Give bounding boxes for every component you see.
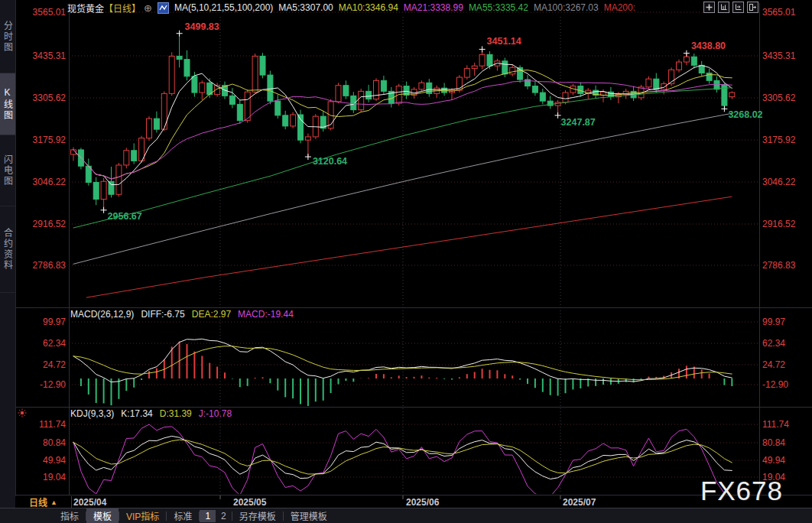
- svg-text:2025/07: 2025/07: [563, 497, 596, 508]
- kdj-axis-labels: 111.74111.7480.8480.8449.9449.9419.0419.…: [39, 419, 789, 482]
- svg-text:80.84: 80.84: [43, 437, 66, 448]
- tab-vip-indicators[interactable]: VIP指标: [119, 508, 166, 523]
- svg-text:3438.80: 3438.80: [691, 41, 726, 51]
- kdj-k-value: K:17.34: [121, 408, 152, 419]
- macd-axis-labels: 99.9799.9762.3462.3424.7224.72-12.90-12.…: [40, 317, 788, 390]
- ma-params-label: MA(5,10,21,55,100,200): [174, 2, 273, 13]
- price-annotations: 3499.832956.673120.643451.143247.873438.…: [101, 21, 763, 222]
- macd-dea-value: DEA:2.97: [192, 309, 231, 320]
- svg-text:80.84: 80.84: [762, 437, 785, 448]
- svg-text:3175.92: 3175.92: [33, 135, 67, 145]
- svg-text:2786.83: 2786.83: [762, 260, 796, 271]
- sidebar-item-timeshare[interactable]: 分时图: [0, 0, 15, 73]
- watermark: FX678: [700, 476, 783, 506]
- macd-title[interactable]: MACD(26,12,9): [70, 309, 134, 320]
- ma100-value: MA100:3267.03: [534, 2, 599, 13]
- header-tool-icons: [703, 2, 758, 13]
- app-window: 3565.013565.013435.313435.313305.623305.…: [0, 0, 812, 523]
- kdj-header: KDJ(9,3,3) K:17.34 D:31.39 J:-10.78: [70, 408, 232, 419]
- candlestick-chart-icon[interactable]: [158, 2, 169, 14]
- svg-text:3451.14: 3451.14: [487, 36, 521, 47]
- svg-text:3046.22: 3046.22: [33, 177, 67, 187]
- price-axis-labels: 3565.013565.013435.313435.313305.623305.…: [33, 7, 796, 271]
- tab-standard[interactable]: 标准: [167, 508, 199, 523]
- svg-text:62.34: 62.34: [43, 338, 66, 349]
- tab-page-2[interactable]: 2: [216, 510, 232, 522]
- tab-template[interactable]: 模板: [86, 508, 119, 523]
- svg-text:2025/06: 2025/06: [406, 497, 440, 508]
- svg-text:3305.62: 3305.62: [33, 93, 67, 103]
- svg-text:111.74: 111.74: [39, 419, 66, 430]
- svg-text:99.97: 99.97: [43, 317, 66, 327]
- svg-text:99.97: 99.97: [762, 317, 785, 327]
- chart-canvas[interactable]: 3565.013565.013435.313435.313305.623305.…: [0, 0, 812, 523]
- svg-text:2025/04: 2025/04: [73, 497, 107, 508]
- svg-text:3120.64: 3120.64: [313, 156, 347, 167]
- collapse-panel-icon[interactable]: [747, 2, 758, 13]
- bottom-toolbar: 指标 模板 VIP指标 标准 1 2 另存模板 管理模板: [0, 508, 812, 523]
- svg-text:62.34: 62.34: [762, 338, 785, 349]
- axis-scroll-icon[interactable]: [732, 2, 744, 13]
- sidebar-item-contract-info[interactable]: 合约资料: [0, 206, 15, 293]
- svg-text:2956.67: 2956.67: [108, 211, 142, 222]
- alert-icon[interactable]: [18, 409, 27, 417]
- dropdown-arrow-icon: ▲: [50, 499, 57, 506]
- kdj-d-value: D:31.39: [160, 408, 192, 419]
- tab-page-1[interactable]: 1: [200, 510, 216, 522]
- ma200-value: MA200:: [604, 2, 635, 13]
- left-sidebar: 分时图 K线图 闪电图 合约资料: [0, 0, 16, 508]
- svg-text:3565.01: 3565.01: [33, 7, 67, 18]
- svg-text:3435.31: 3435.31: [33, 50, 67, 61]
- svg-text:111.74: 111.74: [762, 419, 789, 430]
- svg-text:3268.02: 3268.02: [728, 109, 762, 120]
- tab-save-template[interactable]: 另存模板: [232, 508, 283, 523]
- ma5-value: MA5:3307.00: [278, 2, 333, 13]
- svg-text:2916.52: 2916.52: [762, 219, 796, 229]
- period-selector-label: 日线: [29, 495, 47, 508]
- ma10-value: MA10:3346.94: [339, 2, 398, 13]
- tab-manage-template[interactable]: 管理模板: [284, 508, 334, 523]
- pan-icon[interactable]: [703, 2, 715, 13]
- kdj-j-value: J:-10.78: [199, 408, 232, 419]
- svg-text:24.72: 24.72: [43, 359, 66, 370]
- period-badge[interactable]: 【日线】: [104, 2, 141, 15]
- svg-text:49.94: 49.94: [762, 455, 785, 466]
- svg-text:3499.83: 3499.83: [185, 21, 219, 32]
- chart-header: 现货黄金【日线】 ⊕ MA(5,10,21,55,100,200) MA5:33…: [67, 0, 812, 15]
- period-selector[interactable]: 日线 ▲: [15, 496, 72, 508]
- macd-diff-value: DIFF:-6.75: [141, 309, 184, 320]
- svg-text:-12.90: -12.90: [40, 379, 66, 390]
- kdj-title[interactable]: KDJ(9,3,3): [70, 408, 114, 419]
- svg-text:19.04: 19.04: [43, 472, 66, 482]
- svg-text:3305.62: 3305.62: [762, 93, 796, 103]
- date-axis: 2025/042025/052025/062025/07: [73, 495, 596, 508]
- ma55-value: MA55:3335.42: [469, 2, 528, 13]
- symbol-name[interactable]: 现货黄金: [67, 2, 104, 15]
- svg-text:2025/05: 2025/05: [233, 497, 267, 508]
- sidebar-item-kline[interactable]: K线图: [0, 73, 15, 135]
- add-icon[interactable]: ⊕: [144, 2, 152, 14]
- macd-header: MACD(26,12,9) DIFF:-6.75 DEA:2.97 MACD:-…: [70, 309, 294, 320]
- svg-text:-12.90: -12.90: [762, 379, 788, 390]
- svg-text:24.72: 24.72: [762, 359, 785, 370]
- svg-text:3435.31: 3435.31: [762, 50, 796, 61]
- axis-range-icon[interactable]: [718, 2, 729, 13]
- svg-text:49.94: 49.94: [43, 455, 66, 466]
- svg-text:3175.92: 3175.92: [762, 135, 796, 145]
- ma21-value: MA21:3338.99: [404, 2, 463, 13]
- macd-macd-value: MACD:-19.44: [238, 309, 294, 320]
- svg-text:2786.83: 2786.83: [33, 260, 67, 271]
- svg-text:3247.87: 3247.87: [561, 117, 596, 128]
- tab-indicators[interactable]: 指标: [54, 508, 86, 523]
- svg-text:2916.52: 2916.52: [33, 219, 67, 229]
- sidebar-item-lightning[interactable]: 闪电图: [0, 135, 15, 206]
- svg-text:3046.22: 3046.22: [762, 177, 796, 187]
